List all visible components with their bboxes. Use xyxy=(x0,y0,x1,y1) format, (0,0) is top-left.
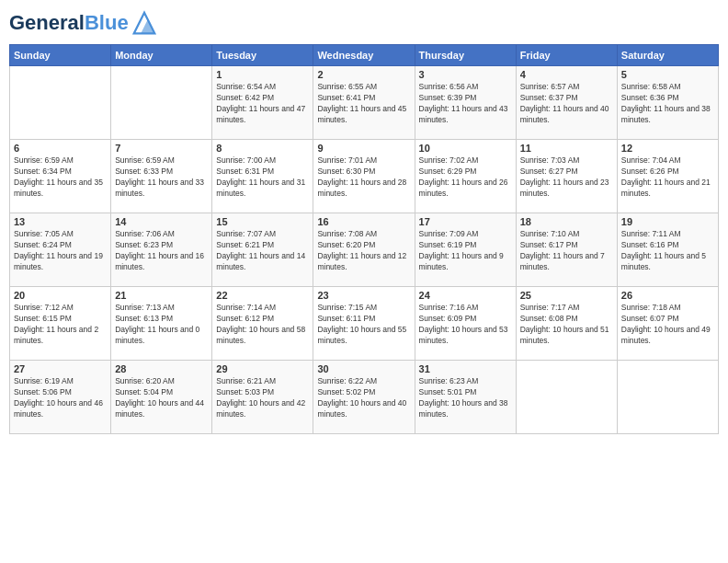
day-info: Sunrise: 7:18 AM Sunset: 6:07 PM Dayligh… xyxy=(621,303,714,347)
day-number: 29 xyxy=(216,363,309,374)
day-number: 10 xyxy=(419,143,512,154)
day-info: Sunrise: 6:59 AM Sunset: 6:33 PM Dayligh… xyxy=(115,155,208,200)
day-info: Sunrise: 6:58 AM Sunset: 6:36 PM Dayligh… xyxy=(621,82,714,126)
day-info: Sunrise: 7:01 AM Sunset: 6:30 PM Dayligh… xyxy=(317,155,410,200)
day-info: Sunrise: 6:59 AM Sunset: 6:34 PM Dayligh… xyxy=(14,155,107,200)
day-cell xyxy=(111,66,212,140)
day-cell xyxy=(617,361,718,434)
day-cell: 12Sunrise: 7:04 AM Sunset: 6:26 PM Dayli… xyxy=(617,140,718,213)
day-info: Sunrise: 7:00 AM Sunset: 6:31 PM Dayligh… xyxy=(216,155,309,200)
day-header-saturday: Saturday xyxy=(617,45,718,66)
day-info: Sunrise: 7:17 AM Sunset: 6:08 PM Dayligh… xyxy=(520,303,613,347)
day-header-monday: Monday xyxy=(111,45,212,66)
day-number: 1 xyxy=(216,69,309,80)
day-info: Sunrise: 7:10 AM Sunset: 6:17 PM Dayligh… xyxy=(520,229,613,273)
day-number: 11 xyxy=(520,143,613,154)
week-row-3: 13Sunrise: 7:05 AM Sunset: 6:24 PM Dayli… xyxy=(10,213,719,287)
day-cell: 1Sunrise: 6:54 AM Sunset: 6:42 PM Daylig… xyxy=(212,66,313,140)
day-number: 20 xyxy=(14,290,107,301)
day-number: 14 xyxy=(115,216,208,227)
day-cell: 13Sunrise: 7:05 AM Sunset: 6:24 PM Dayli… xyxy=(10,213,111,287)
calendar-table: SundayMondayTuesdayWednesdayThursdayFrid… xyxy=(9,44,719,434)
day-cell: 16Sunrise: 7:08 AM Sunset: 6:20 PM Dayli… xyxy=(313,213,415,287)
day-cell: 28Sunrise: 6:20 AM Sunset: 5:04 PM Dayli… xyxy=(111,361,212,434)
day-cell: 2Sunrise: 6:55 AM Sunset: 6:41 PM Daylig… xyxy=(313,66,415,140)
day-cell: 23Sunrise: 7:15 AM Sunset: 6:11 PM Dayli… xyxy=(313,287,415,361)
day-info: Sunrise: 6:56 AM Sunset: 6:39 PM Dayligh… xyxy=(419,82,512,126)
day-number: 27 xyxy=(14,363,107,374)
day-number: 15 xyxy=(216,216,309,227)
day-info: Sunrise: 7:12 AM Sunset: 6:15 PM Dayligh… xyxy=(14,303,107,347)
header: GeneralBlue xyxy=(9,9,719,37)
day-number: 25 xyxy=(520,290,613,301)
day-info: Sunrise: 7:07 AM Sunset: 6:21 PM Dayligh… xyxy=(216,229,309,273)
day-number: 13 xyxy=(14,216,107,227)
day-number: 21 xyxy=(115,290,208,301)
day-cell: 4Sunrise: 6:57 AM Sunset: 6:37 PM Daylig… xyxy=(516,66,617,140)
day-cell: 24Sunrise: 7:16 AM Sunset: 6:09 PM Dayli… xyxy=(415,287,516,361)
day-number: 3 xyxy=(419,69,512,80)
day-cell: 15Sunrise: 7:07 AM Sunset: 6:21 PM Dayli… xyxy=(212,213,313,287)
day-header-thursday: Thursday xyxy=(415,45,516,66)
day-info: Sunrise: 6:19 AM Sunset: 5:06 PM Dayligh… xyxy=(14,376,107,420)
day-cell: 20Sunrise: 7:12 AM Sunset: 6:15 PM Dayli… xyxy=(10,287,111,361)
day-cell: 30Sunrise: 6:22 AM Sunset: 5:02 PM Dayli… xyxy=(313,361,415,434)
day-number: 24 xyxy=(419,290,512,301)
day-cell: 19Sunrise: 7:11 AM Sunset: 6:16 PM Dayli… xyxy=(617,213,718,287)
day-number: 12 xyxy=(621,143,714,154)
day-number: 16 xyxy=(317,216,410,227)
day-header-tuesday: Tuesday xyxy=(212,45,313,66)
day-number: 22 xyxy=(216,290,309,301)
svg-marker-1 xyxy=(141,19,154,33)
day-info: Sunrise: 7:05 AM Sunset: 6:24 PM Dayligh… xyxy=(14,229,107,273)
day-info: Sunrise: 7:08 AM Sunset: 6:20 PM Dayligh… xyxy=(317,229,410,273)
day-cell: 25Sunrise: 7:17 AM Sunset: 6:08 PM Dayli… xyxy=(516,287,617,361)
day-number: 7 xyxy=(115,143,208,154)
day-info: Sunrise: 6:21 AM Sunset: 5:03 PM Dayligh… xyxy=(216,376,309,420)
day-number: 19 xyxy=(621,216,714,227)
day-number: 8 xyxy=(216,143,309,154)
day-number: 4 xyxy=(520,69,613,80)
day-info: Sunrise: 7:04 AM Sunset: 6:26 PM Dayligh… xyxy=(621,155,714,200)
logo-text: GeneralBlue xyxy=(9,12,129,34)
day-header-wednesday: Wednesday xyxy=(313,45,415,66)
day-info: Sunrise: 7:03 AM Sunset: 6:27 PM Dayligh… xyxy=(520,155,613,200)
day-cell xyxy=(10,66,111,140)
day-number: 17 xyxy=(419,216,512,227)
day-cell: 3Sunrise: 6:56 AM Sunset: 6:39 PM Daylig… xyxy=(415,66,516,140)
day-cell: 18Sunrise: 7:10 AM Sunset: 6:17 PM Dayli… xyxy=(516,213,617,287)
day-cell: 11Sunrise: 7:03 AM Sunset: 6:27 PM Dayli… xyxy=(516,140,617,213)
logo: GeneralBlue xyxy=(9,9,158,37)
day-number: 31 xyxy=(419,363,512,374)
day-header-sunday: Sunday xyxy=(10,45,111,66)
day-info: Sunrise: 6:57 AM Sunset: 6:37 PM Dayligh… xyxy=(520,82,613,126)
day-info: Sunrise: 6:54 AM Sunset: 6:42 PM Dayligh… xyxy=(216,82,309,126)
day-info: Sunrise: 6:20 AM Sunset: 5:04 PM Dayligh… xyxy=(115,376,208,420)
day-info: Sunrise: 7:02 AM Sunset: 6:29 PM Dayligh… xyxy=(419,155,512,200)
day-cell: 26Sunrise: 7:18 AM Sunset: 6:07 PM Dayli… xyxy=(617,287,718,361)
day-cell: 7Sunrise: 6:59 AM Sunset: 6:33 PM Daylig… xyxy=(111,140,212,213)
day-cell: 5Sunrise: 6:58 AM Sunset: 6:36 PM Daylig… xyxy=(617,66,718,140)
day-number: 9 xyxy=(317,143,410,154)
day-info: Sunrise: 7:06 AM Sunset: 6:23 PM Dayligh… xyxy=(115,229,208,273)
day-info: Sunrise: 6:55 AM Sunset: 6:41 PM Dayligh… xyxy=(317,82,410,126)
week-row-1: 1Sunrise: 6:54 AM Sunset: 6:42 PM Daylig… xyxy=(10,66,719,140)
day-info: Sunrise: 6:22 AM Sunset: 5:02 PM Dayligh… xyxy=(317,376,410,420)
day-cell xyxy=(516,361,617,434)
day-cell: 22Sunrise: 7:14 AM Sunset: 6:12 PM Dayli… xyxy=(212,287,313,361)
day-cell: 17Sunrise: 7:09 AM Sunset: 6:19 PM Dayli… xyxy=(415,213,516,287)
header-row: SundayMondayTuesdayWednesdayThursdayFrid… xyxy=(10,45,719,66)
day-cell: 9Sunrise: 7:01 AM Sunset: 6:30 PM Daylig… xyxy=(313,140,415,213)
day-number: 30 xyxy=(317,363,410,374)
day-cell: 10Sunrise: 7:02 AM Sunset: 6:29 PM Dayli… xyxy=(415,140,516,213)
day-info: Sunrise: 7:16 AM Sunset: 6:09 PM Dayligh… xyxy=(419,303,512,347)
day-number: 23 xyxy=(317,290,410,301)
logo-icon xyxy=(131,9,158,37)
week-row-4: 20Sunrise: 7:12 AM Sunset: 6:15 PM Dayli… xyxy=(10,287,719,361)
day-cell: 27Sunrise: 6:19 AM Sunset: 5:06 PM Dayli… xyxy=(10,361,111,434)
day-cell: 14Sunrise: 7:06 AM Sunset: 6:23 PM Dayli… xyxy=(111,213,212,287)
day-cell: 6Sunrise: 6:59 AM Sunset: 6:34 PM Daylig… xyxy=(10,140,111,213)
day-cell: 29Sunrise: 6:21 AM Sunset: 5:03 PM Dayli… xyxy=(212,361,313,434)
day-cell: 21Sunrise: 7:13 AM Sunset: 6:13 PM Dayli… xyxy=(111,287,212,361)
day-number: 6 xyxy=(14,143,107,154)
